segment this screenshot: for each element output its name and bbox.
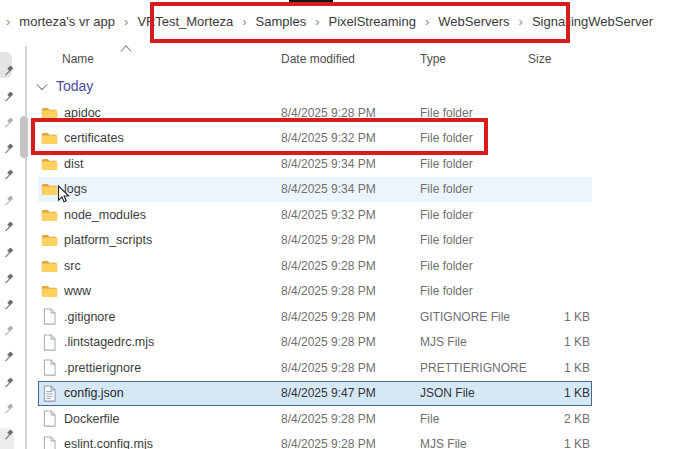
file-date-modified: 8/4/2025 9:28 PM xyxy=(281,310,420,324)
file-date-modified: 8/4/2025 9:28 PM xyxy=(281,259,420,273)
file-icon xyxy=(40,436,58,449)
file-name: eslint.config.mjs xyxy=(64,437,281,449)
chevron-right-icon: › xyxy=(425,14,429,29)
file-type: File folder xyxy=(420,106,528,120)
file-type: File folder xyxy=(420,284,528,298)
file-type: File xyxy=(420,412,528,426)
file-type: File folder xyxy=(420,157,528,171)
file-date-modified: 8/4/2025 9:28 PM xyxy=(281,233,420,247)
file-name: .gitignore xyxy=(64,310,281,324)
pin-icon xyxy=(4,114,16,126)
file-row[interactable]: www 8/4/2025 9:28 PM File folder xyxy=(38,279,592,305)
pin-icon xyxy=(4,400,16,412)
file-type: MJS File xyxy=(420,335,528,349)
file-type: File folder xyxy=(420,259,528,273)
file-row[interactable]: logs 8/4/2025 9:34 PM File folder xyxy=(38,177,592,203)
folder-icon xyxy=(40,208,58,222)
pane-divider xyxy=(25,46,27,449)
file-date-modified: 8/4/2025 9:28 PM xyxy=(281,284,420,298)
pin-icon xyxy=(4,140,16,152)
column-headers: Name Date modified Type Size xyxy=(38,52,598,68)
sort-ascending-icon xyxy=(120,45,131,56)
file-date-modified: 8/4/2025 9:32 PM xyxy=(281,208,420,222)
chevron-right-icon: › xyxy=(6,14,10,29)
file-row[interactable]: eslint.config.mjs 8/4/2025 9:28 PM MJS F… xyxy=(38,432,592,449)
file-icon xyxy=(40,410,58,427)
file-row[interactable]: config.json 8/4/2025 9:47 PM JSON File 1… xyxy=(38,381,592,407)
file-type: MJS File xyxy=(420,437,528,449)
folder-icon xyxy=(40,259,58,273)
breadcrumb-item[interactable]: morteza's vr app xyxy=(19,14,115,29)
file-name: src xyxy=(64,259,281,273)
file-row[interactable]: .gitignore 8/4/2025 9:28 PM GITIGNORE Fi… xyxy=(38,304,592,330)
file-icon xyxy=(40,359,58,376)
column-header-date-modified[interactable]: Date modified xyxy=(281,52,355,66)
file-name: dist xyxy=(64,157,281,171)
file-date-modified: 8/4/2025 9:28 PM xyxy=(281,437,420,449)
file-date-modified: 8/4/2025 9:28 PM xyxy=(281,335,420,349)
file-name: .lintstagedrc.mjs xyxy=(64,335,281,349)
file-row[interactable]: apidoc 8/4/2025 9:28 PM File folder xyxy=(38,100,592,126)
folder-icon xyxy=(40,284,58,298)
chevron-right-icon: › xyxy=(124,14,128,29)
pin-icon xyxy=(4,374,16,386)
file-name: config.json xyxy=(64,386,281,400)
file-row[interactable]: dist 8/4/2025 9:34 PM File folder xyxy=(38,151,592,177)
file-date-modified: 8/4/2025 9:32 PM xyxy=(281,131,420,145)
file-type: File folder xyxy=(420,131,528,145)
breadcrumb-item[interactable]: Samples xyxy=(256,14,307,29)
file-type: File folder xyxy=(420,182,528,196)
file-name: logs xyxy=(64,182,281,196)
file-type: File folder xyxy=(420,233,528,247)
column-header-size[interactable]: Size xyxy=(528,52,551,66)
file-icon xyxy=(40,334,58,351)
file-name: platform_scripts xyxy=(64,233,281,247)
column-header-name[interactable]: Name xyxy=(62,52,94,66)
pin-icon xyxy=(4,296,16,308)
file-name: www xyxy=(64,284,281,298)
file-row[interactable]: certificates 8/4/2025 9:32 PM File folde… xyxy=(38,126,592,152)
titlebar-fragment xyxy=(289,0,333,5)
group-header-today[interactable]: Today xyxy=(38,78,93,94)
folder-icon xyxy=(40,106,58,120)
pin-icon xyxy=(4,166,16,178)
breadcrumb-item[interactable]: SignallingWebServer xyxy=(532,14,653,29)
chevron-right-icon: › xyxy=(315,14,319,29)
file-date-modified: 8/4/2025 9:28 PM xyxy=(281,412,420,426)
file-row[interactable]: .lintstagedrc.mjs 8/4/2025 9:28 PM MJS F… xyxy=(38,330,592,356)
file-name: .prettierignore xyxy=(64,361,281,375)
column-header-type[interactable]: Type xyxy=(420,52,446,66)
file-date-modified: 8/4/2025 9:34 PM xyxy=(281,182,420,196)
breadcrumb-item[interactable]: PixelStreaming xyxy=(329,14,416,29)
folder-icon xyxy=(40,131,58,145)
file-row[interactable]: .prettierignore 8/4/2025 9:28 PM PRETTIE… xyxy=(38,355,592,381)
file-type: GITIGNORE File xyxy=(420,310,528,324)
file-type: JSON File xyxy=(420,386,528,400)
group-label: Today xyxy=(56,78,93,94)
file-name: Dockerfile xyxy=(64,412,281,426)
file-lines-icon xyxy=(40,385,58,402)
file-size: 1 KB xyxy=(528,361,590,375)
file-size: 2 KB xyxy=(528,412,590,426)
folder-icon xyxy=(40,157,58,171)
nav-scrollbar-thumb[interactable] xyxy=(20,116,28,158)
breadcrumb-item[interactable]: WebServers xyxy=(438,14,509,29)
chevron-right-icon: › xyxy=(519,14,523,29)
file-icon xyxy=(40,308,58,325)
file-name: certificates xyxy=(64,131,281,145)
pin-icon xyxy=(4,62,16,74)
breadcrumb-item[interactable]: VRTest_Morteza xyxy=(137,14,233,29)
file-row[interactable]: platform_scripts 8/4/2025 9:28 PM File f… xyxy=(38,228,592,254)
breadcrumb: › morteza's vr app › VRTest_Morteza › Sa… xyxy=(0,8,653,34)
file-date-modified: 8/4/2025 9:47 PM xyxy=(281,386,420,400)
file-date-modified: 8/4/2025 9:28 PM xyxy=(281,361,420,375)
file-size: 1 KB xyxy=(528,310,590,324)
pin-icon xyxy=(4,218,16,230)
file-size: 1 KB xyxy=(528,335,590,349)
pin-icon xyxy=(4,348,16,360)
file-type: File folder xyxy=(420,208,528,222)
file-row[interactable]: Dockerfile 8/4/2025 9:28 PM File 2 KB xyxy=(38,406,592,432)
file-date-modified: 8/4/2025 9:28 PM xyxy=(281,106,420,120)
file-row[interactable]: node_modules 8/4/2025 9:32 PM File folde… xyxy=(38,202,592,228)
file-row[interactable]: src 8/4/2025 9:28 PM File folder xyxy=(38,253,592,279)
